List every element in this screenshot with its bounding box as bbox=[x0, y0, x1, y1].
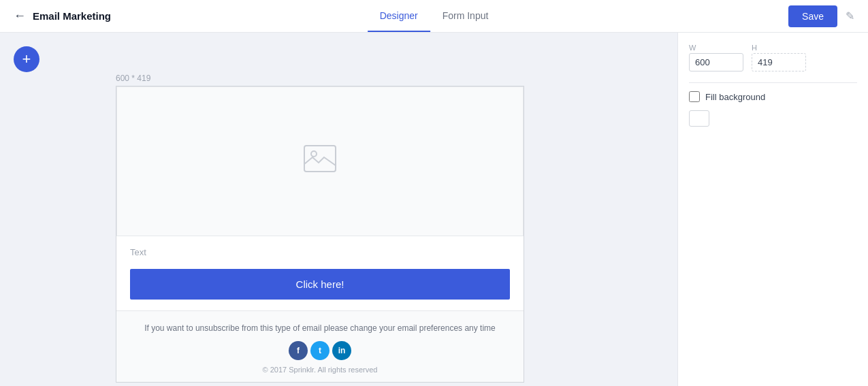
footer-section: If you want to unsubscribe from this typ… bbox=[116, 310, 524, 382]
image-section bbox=[116, 86, 524, 236]
social-icons: f t in bbox=[130, 341, 510, 360]
back-button[interactable]: ← bbox=[14, 9, 26, 23]
add-button[interactable]: + bbox=[14, 46, 39, 72]
svg-rect-0 bbox=[304, 146, 336, 172]
image-placeholder-icon bbox=[304, 145, 336, 178]
height-input[interactable] bbox=[752, 53, 806, 71]
color-swatch[interactable] bbox=[689, 110, 709, 127]
width-input[interactable] bbox=[689, 53, 743, 71]
facebook-icon[interactable]: f bbox=[289, 341, 308, 360]
click-here-button[interactable]: Click here! bbox=[130, 269, 510, 300]
fill-background-row: Fill background bbox=[689, 91, 857, 102]
panel-divider bbox=[689, 82, 857, 83]
edit-icon[interactable]: ✎ bbox=[846, 10, 854, 22]
topnav: ← Email Marketing Designer Form Input Sa… bbox=[0, 0, 868, 33]
topnav-tabs: Designer Form Input bbox=[368, 1, 501, 32]
canvas-dimensions-label: 600 * 419 bbox=[116, 74, 664, 83]
save-button[interactable]: Save bbox=[788, 5, 837, 27]
footer-unsubscribe-text: If you want to unsubscribe from this typ… bbox=[130, 322, 510, 334]
linkedin-icon[interactable]: in bbox=[332, 341, 351, 360]
main-layout: + 600 * 419 bbox=[0, 33, 868, 386]
fill-background-label: Fill background bbox=[705, 92, 765, 102]
text-label: Text bbox=[130, 247, 146, 257]
twitter-icon[interactable]: t bbox=[310, 341, 329, 360]
svg-point-1 bbox=[311, 151, 317, 157]
width-group: W bbox=[689, 44, 743, 71]
text-section: Text bbox=[116, 236, 524, 263]
height-group: H bbox=[752, 44, 806, 71]
height-label: H bbox=[752, 44, 806, 52]
tab-form-input[interactable]: Form Input bbox=[430, 1, 501, 32]
tab-designer[interactable]: Designer bbox=[368, 1, 430, 32]
page-title: Email Marketing bbox=[33, 10, 111, 22]
email-canvas: Text Click here! If you want to unsubscr… bbox=[116, 86, 524, 383]
dimensions-row: W H bbox=[689, 44, 857, 71]
canvas-wrapper: 600 * 419 Text bbox=[116, 74, 664, 379]
fill-background-checkbox[interactable] bbox=[689, 91, 700, 102]
footer-copyright: © 2017 Sprinklr. All rights reserved bbox=[130, 366, 510, 374]
canvas-area: + 600 * 419 bbox=[0, 33, 677, 386]
right-panel: W H Fill background bbox=[677, 33, 868, 386]
width-label: W bbox=[689, 44, 743, 52]
color-swatch-container bbox=[689, 110, 857, 127]
